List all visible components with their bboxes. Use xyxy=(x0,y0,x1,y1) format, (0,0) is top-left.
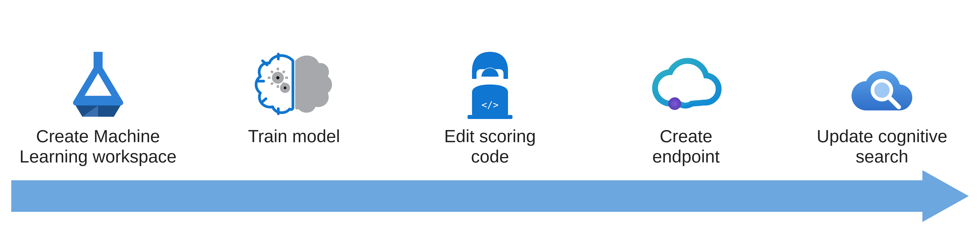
arrow-head-icon xyxy=(923,170,969,222)
svg-point-2 xyxy=(276,76,279,79)
step-train-model: Train model xyxy=(196,0,392,171)
step-update-cognitive-search: Update cognitivesearch xyxy=(784,0,980,171)
svg-line-9 xyxy=(283,83,285,85)
steps-row: Create MachineLearning workspace xyxy=(0,0,980,171)
svg-point-3 xyxy=(284,87,286,89)
svg-line-14 xyxy=(261,99,266,103)
step-label: Edit scoringcode xyxy=(444,126,536,171)
azure-ml-icon xyxy=(69,52,127,119)
step-label: Create MachineLearning workspace xyxy=(19,126,177,171)
step-create-endpoint: Createendpoint xyxy=(588,0,784,171)
svg-line-8 xyxy=(271,71,273,73)
svg-line-11 xyxy=(283,71,285,73)
svg-line-10 xyxy=(271,83,273,85)
brain-gears-icon xyxy=(253,52,334,119)
svg-rect-19 xyxy=(468,115,512,119)
process-arrow-diagram: Create MachineLearning workspace xyxy=(0,0,980,231)
step-create-ml-workspace: Create MachineLearning workspace xyxy=(0,0,196,171)
step-label: Train model xyxy=(248,126,340,171)
cloud-endpoint-icon xyxy=(650,56,722,119)
cloud-search-icon xyxy=(846,61,918,119)
svg-text:</>: </> xyxy=(482,99,498,111)
arrow-body xyxy=(11,180,923,212)
timeline-arrow xyxy=(11,170,969,222)
svg-point-21 xyxy=(668,97,681,110)
developer-icon: </> xyxy=(456,50,524,119)
step-edit-scoring-code: </> Edit scoringcode xyxy=(392,0,588,171)
step-label: Createendpoint xyxy=(652,126,720,171)
step-label: Update cognitivesearch xyxy=(817,126,947,171)
